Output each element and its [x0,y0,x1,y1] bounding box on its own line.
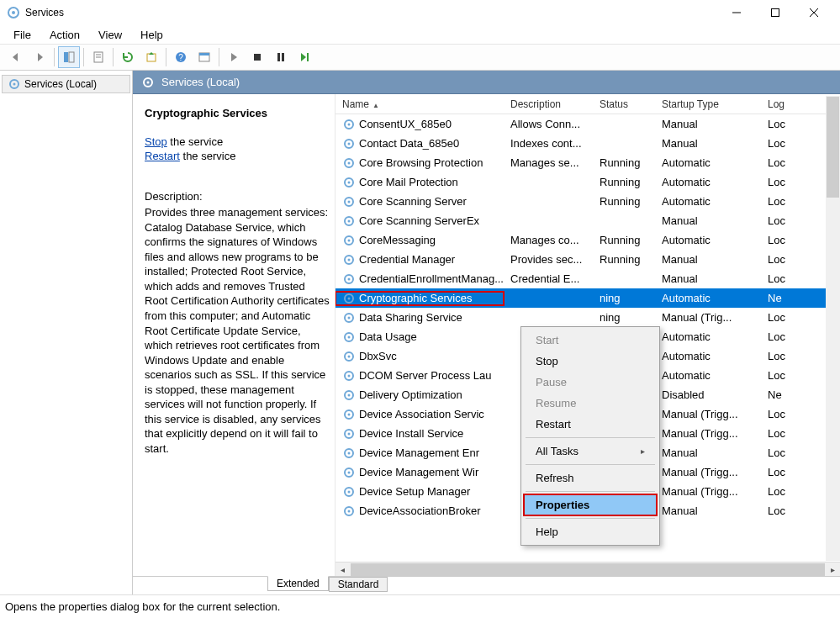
export-button[interactable] [140,46,162,68]
cell-name: Data Usage [335,330,504,344]
cell-name: Data Sharing Service [335,311,504,325]
svg-point-63 [348,490,351,493]
context-menu-all-tasks[interactable]: All Tasks▸ [524,441,657,462]
service-gear-icon [342,214,356,228]
statusbar-text: Opens the properties dialog box for the … [5,600,280,613]
cell-logon: Loc [761,330,796,343]
svg-rect-16 [254,54,261,61]
close-button[interactable] [795,0,833,25]
svg-point-31 [348,181,351,183]
table-row[interactable]: Data Sharing ServiceningManual (Trig...L… [335,308,840,327]
context-menu-restart[interactable]: Restart [524,414,657,435]
vertical-scroll-thumb[interactable] [827,97,839,198]
svg-point-65 [348,510,351,512]
svg-point-49 [348,355,351,357]
tree-node-services-local[interactable]: Services (Local) [2,75,130,93]
col-header-logon[interactable]: Log [761,98,796,110]
svg-point-47 [348,335,351,338]
col-header-startup[interactable]: Startup Type [655,98,761,110]
table-row[interactable]: Credential ManagerProvides sec...Running… [335,250,840,269]
svg-rect-15 [199,53,209,55]
tab-standard[interactable]: Standard [329,577,388,592]
pause-service-button[interactable] [270,46,292,68]
cell-logon: Loc [761,118,796,130]
svg-point-45 [348,316,351,319]
cell-startup: Manual [655,504,761,517]
table-row[interactable]: Core Browsing ProtectionManages se...Run… [335,153,840,172]
context-menu-refresh[interactable]: Refresh [524,467,657,489]
col-header-name[interactable]: Name▲ [335,98,504,110]
table-row[interactable]: CredentialEnrollmentManag...Credential E… [335,269,840,288]
cell-name: ConsentUX_685e0 [335,118,504,131]
cell-status: Running [593,234,655,246]
service-gear-icon [342,330,356,344]
show-hide-tree-button[interactable] [58,46,80,68]
cell-name: Device Association Servic [335,408,504,421]
cell-logon: Loc [761,272,796,285]
vertical-scrollbar[interactable] [826,96,840,561]
table-row[interactable]: Cryptographic ServicesningAutomaticNe [335,288,840,308]
help-button[interactable]: ? [170,46,192,68]
export-list-button[interactable] [87,46,109,68]
table-row[interactable]: CoreMessagingManages co...RunningAutomat… [335,230,840,250]
service-gear-icon [342,292,356,305]
properties-toolbar-button[interactable] [193,46,215,68]
restart-service-link[interactable]: Restart [145,150,180,162]
context-menu-stop[interactable]: Stop [524,351,657,372]
minimize-button[interactable] [717,0,756,25]
col-header-status[interactable]: Status [593,98,655,110]
maximize-button[interactable] [756,0,795,25]
svg-point-35 [348,219,351,222]
cell-name: Core Mail Protection [335,176,504,189]
svg-rect-7 [69,52,74,62]
cell-name: DbxSvc [335,350,504,363]
cell-startup: Automatic [655,292,761,304]
svg-point-37 [348,239,351,241]
menu-view[interactable]: View [90,27,130,43]
context-menu-properties[interactable]: Properties [524,494,657,515]
refresh-button[interactable] [117,46,139,68]
menu-help[interactable]: Help [132,27,172,43]
menu-file[interactable]: File [5,27,40,43]
cell-name: Cryptographic Services [335,292,504,305]
cell-logon: Loc [761,369,796,382]
table-row[interactable]: Contact Data_685e0Indexes cont...ManualL… [335,134,840,153]
table-row[interactable]: Core Scanning ServerRunningAutomaticLoc [335,192,840,211]
cell-logon: Loc [761,176,796,188]
table-row[interactable]: Core Mail ProtectionRunningAutomaticLoc [335,172,840,192]
cell-logon: Loc [761,214,796,227]
context-menu-pause: Pause [524,372,657,393]
service-gear-icon [342,466,356,479]
cell-startup: Manual [655,446,761,459]
horizontal-scrollbar[interactable]: ◂ ▸ [335,562,840,576]
toolbar: ? [0,44,840,71]
tab-extended[interactable]: Extended [267,576,329,591]
stop-service-button[interactable] [246,46,268,68]
svg-rect-3 [772,9,779,17]
cell-description: Manages se... [504,156,593,169]
start-service-button[interactable] [223,46,245,68]
service-gear-icon [342,408,356,421]
stop-service-link[interactable]: Stop [145,135,167,148]
restart-service-button[interactable] [293,46,315,68]
svg-point-33 [348,200,351,203]
scroll-left-icon[interactable]: ◂ [335,563,350,577]
cell-startup: Manual [655,214,761,227]
cell-name: Device Install Service [335,427,504,441]
cell-description: Manages co... [504,234,593,246]
context-menu-resume: Resume [524,393,657,414]
context-menu-help[interactable]: Help [524,521,657,542]
service-gear-icon [342,253,356,267]
table-row[interactable]: Core Scanning ServerExManualLoc [335,211,840,230]
scroll-thumb[interactable] [351,563,825,576]
forward-button[interactable] [29,46,50,68]
svg-point-61 [348,471,351,473]
menu-action[interactable]: Action [41,27,88,43]
stop-suffix: the service [167,135,223,148]
cell-startup: Automatic [655,330,761,343]
table-row[interactable]: ConsentUX_685e0Allows Conn...ManualLoc [335,114,840,134]
col-header-description[interactable]: Description [504,98,593,110]
scroll-right-icon[interactable]: ▸ [826,563,840,577]
cell-status: Running [593,156,655,169]
back-button[interactable] [5,46,27,68]
